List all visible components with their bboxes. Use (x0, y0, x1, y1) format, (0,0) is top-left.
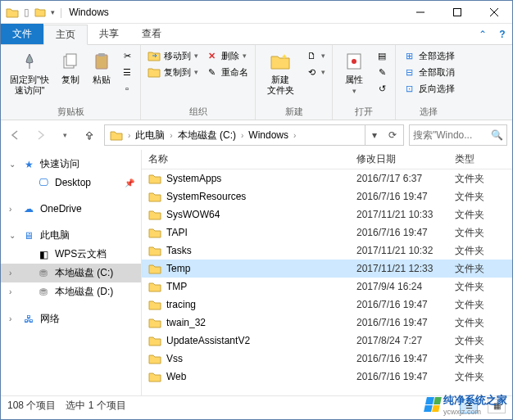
nav-wpscloud[interactable]: ◧WPS云文档 (1, 245, 141, 264)
nav-disk-c[interactable]: ›⛃本地磁盘 (C:) (1, 264, 141, 282)
network-icon: 🖧 (22, 313, 35, 326)
copy-icon (58, 50, 83, 73)
nav-disk-d[interactable]: ›⛃本地磁盘 (D:) (1, 282, 141, 301)
nav-back-button[interactable] (6, 125, 25, 145)
qat-properties-icon[interactable]: ▯ (24, 7, 30, 18)
pin-quickaccess-button[interactable]: 固定到"快 速访问" (6, 48, 53, 97)
table-row[interactable]: tracing2016/7/16 19:47文件夹 (142, 296, 512, 314)
chevron-right-icon[interactable]: › (9, 314, 11, 323)
breadcrumb-root-icon[interactable] (107, 129, 126, 141)
copypath-button[interactable]: ☰ (119, 65, 135, 79)
history-button[interactable]: ↺ (374, 81, 390, 96)
newitem-button[interactable]: 🗋▾ (303, 48, 327, 63)
search-input[interactable] (413, 129, 488, 141)
table-row[interactable]: TAPI2016/7/16 19:47文件夹 (142, 224, 512, 242)
breadcrumb-seg-1[interactable]: 本地磁盘 (C:) (175, 129, 239, 142)
nav-thispc[interactable]: ⌄🖥此电脑 (1, 226, 141, 245)
tab-view[interactable]: 查看 (130, 24, 173, 44)
newfolder-button[interactable]: 新建 文件夹 (261, 48, 300, 97)
column-headers: 名称 修改日期 类型 (142, 150, 512, 169)
table-row[interactable]: Tasks2017/11/21 10:32文件夹 (142, 242, 512, 260)
refresh-icon[interactable]: ⟳ (384, 129, 402, 141)
col-name[interactable]: 名称 (142, 152, 350, 166)
chevron-right-icon[interactable]: › (126, 131, 132, 140)
rename-button[interactable]: ✎重命名 (203, 65, 250, 79)
selectall-button[interactable]: ⊞全部选择 (401, 48, 456, 63)
tab-share[interactable]: 共享 (88, 24, 130, 44)
window-title: Windows (69, 7, 109, 18)
row-type: 文件夹 (448, 226, 497, 240)
breadcrumb-dropdown-icon[interactable]: ▾ (365, 129, 384, 141)
chevron-right-icon[interactable]: › (9, 269, 11, 278)
cut-button[interactable]: ✂ (119, 48, 135, 63)
search-box[interactable]: 🔍 (409, 124, 507, 146)
moveto-button[interactable]: 移动到 ▾ (146, 48, 200, 63)
easyaccess-button[interactable]: ⟲▾ (303, 65, 327, 79)
folder-icon (148, 353, 161, 364)
col-type[interactable]: 类型 (448, 152, 497, 166)
breadcrumb[interactable]: › 此电脑 › 本地磁盘 (C:) › Windows › ▾ ⟳ (104, 124, 404, 146)
selectnone-button[interactable]: ⊟全部取消 (401, 65, 456, 79)
breadcrumb-seg-2[interactable]: Windows (245, 129, 292, 141)
invertselection-button[interactable]: ⊡反向选择 (401, 81, 456, 96)
edit-button[interactable]: ✎ (374, 65, 390, 79)
nav-history-button[interactable]: ▾ (55, 125, 75, 145)
table-row[interactable]: TMP2017/9/4 16:24文件夹 (142, 278, 512, 296)
chevron-down-icon[interactable]: ⌄ (9, 160, 16, 169)
table-row[interactable]: SystemApps2016/7/17 6:37文件夹 (142, 169, 512, 187)
tab-file[interactable]: 文件 (1, 24, 43, 44)
table-row[interactable]: SystemResources2016/7/16 19:47文件夹 (142, 187, 512, 205)
row-type: 文件夹 (448, 262, 497, 276)
nav-up-button[interactable] (79, 125, 99, 145)
main-area: ⌄★快速访问 🖵Desktop📌 ›☁OneDrive ⌄🖥此电脑 ◧WPS云文… (1, 150, 512, 395)
nav-onedrive[interactable]: ›☁OneDrive (1, 200, 141, 218)
chevron-right-icon[interactable]: › (292, 131, 297, 140)
table-row[interactable]: Temp2017/11/21 12:33文件夹 (142, 260, 512, 278)
chevron-down-icon[interactable]: ⌄ (9, 231, 16, 240)
nav-network[interactable]: ›🖧网络 (1, 309, 141, 328)
chevron-right-icon[interactable]: › (9, 205, 11, 214)
copyto-button[interactable]: 复制到 ▾ (146, 65, 200, 79)
table-row[interactable]: UpdateAssistantV22017/8/24 7:27文件夹 (142, 332, 512, 350)
folder-icon (148, 335, 161, 346)
row-type: 文件夹 (448, 334, 497, 348)
help-icon[interactable]: ? (493, 24, 512, 44)
svg-rect-7 (96, 55, 107, 69)
paste-shortcut-button[interactable]: ▫ (119, 81, 135, 96)
nav-quickaccess[interactable]: ⌄★快速访问 (1, 155, 141, 174)
chevron-right-icon[interactable]: › (168, 131, 174, 140)
row-date: 2016/7/16 19:47 (350, 371, 448, 382)
qat-newfolder-icon[interactable] (34, 7, 46, 17)
open-button[interactable]: ▤ (374, 48, 390, 63)
row-date: 2017/11/21 12:33 (350, 263, 448, 274)
drive-icon: ⛃ (37, 286, 50, 299)
row-name: Tasks (166, 245, 192, 256)
ribbon-collapse-icon[interactable]: ⌃ (473, 24, 493, 44)
nav-desktop[interactable]: 🖵Desktop📌 (1, 174, 141, 192)
ribbon: 固定到"快 速访问" 复制 粘贴 ✂ ☰ ▫ 剪贴板 移动到 ▾ 复制到 ▾ (1, 45, 512, 120)
chevron-right-icon[interactable]: › (239, 131, 245, 140)
table-row[interactable]: Vss2016/7/16 19:47文件夹 (142, 350, 512, 368)
maximize-button[interactable] (438, 1, 475, 24)
table-row[interactable]: Web2016/7/16 19:47文件夹 (142, 368, 512, 386)
row-date: 2016/7/17 6:37 (350, 173, 448, 184)
delete-button[interactable]: ✕删除 ▾ (203, 48, 250, 63)
properties-button[interactable]: 属性 ▾ (338, 48, 370, 97)
qat-dropdown-icon[interactable]: ▾ (51, 8, 55, 16)
breadcrumb-seg-0[interactable]: 此电脑 (132, 129, 168, 142)
tab-home[interactable]: 主页 (43, 25, 88, 45)
row-name: Vss (166, 353, 183, 364)
table-row[interactable]: SysWOW642017/11/21 10:33文件夹 (142, 205, 512, 224)
table-row[interactable]: twain_322016/7/16 19:47文件夹 (142, 314, 512, 332)
col-date[interactable]: 修改日期 (350, 152, 448, 166)
nav-forward-button[interactable] (30, 125, 50, 145)
chevron-right-icon[interactable]: › (9, 287, 11, 296)
paste-button[interactable]: 粘贴 (88, 48, 116, 87)
close-button[interactable] (475, 1, 512, 24)
copy-button[interactable]: 复制 (57, 48, 84, 87)
folder-icon (148, 173, 161, 184)
minimize-button[interactable] (402, 1, 438, 24)
row-name: tracing (166, 299, 196, 310)
row-date: 2016/7/16 19:47 (350, 191, 448, 202)
status-selection: 选中 1 个项目 (66, 399, 125, 413)
